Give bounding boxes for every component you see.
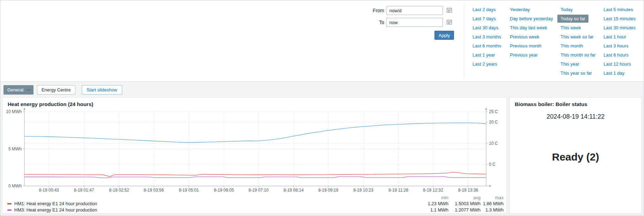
quick-range-last-1-year[interactable]: Last 1 year [473,51,510,60]
x-tick-label: 8-19 10:23 [353,188,374,193]
quick-range-previous-year[interactable]: Previous year [510,51,561,60]
calendar-icon [446,7,452,13]
status-body: 2024-08-19 14:11:22 Ready (2) [510,113,641,163]
quick-range-last-15-minutes[interactable]: Last 15 minutes [603,14,643,23]
legend-header-row: minavgmax [7,195,504,200]
quick-range-label: Last 1 day [603,70,624,76]
y-right-tick-label: 25 C [489,109,498,114]
series-line-hm1-heat-energy-e1-24-hour-production [24,172,486,177]
quick-range-last-7-days[interactable]: Last 7 days [473,14,510,23]
apply-button[interactable]: Apply [434,31,454,40]
quick-range-label: Previous month [510,43,541,49]
quick-range-yesterday[interactable]: Yesterday [510,5,561,14]
quick-range-previous-month[interactable]: Previous month [510,42,561,51]
quick-range-label: Last 1 year [473,52,495,58]
quick-range-last-2-years[interactable]: Last 2 years [473,60,510,69]
quick-range-this-year-so-far[interactable]: This year so far [561,69,603,78]
quick-range-label: Last 2 days [473,7,496,12]
legend-row: HM3: Heat energy E1 24 hour production1.… [7,207,504,213]
status-widget-title: Biomass boiler: Boiler status [510,98,641,108]
x-axis-arrow [489,185,491,187]
from-calendar-button[interactable] [445,7,453,14]
heat-energy-chart-widget: Heat energy production (24 hours) 8-19 0… [2,97,507,214]
from-label: From [356,8,384,13]
quick-range-label: Previous year [510,52,537,58]
quick-range-label: Last 6 months [473,43,501,49]
boiler-status-widget: Biomass boiler: Boiler status 2024-08-19… [510,97,642,214]
quick-range-today-so-far[interactable]: Today so far [561,14,603,23]
tab-general-label: General [7,87,23,92]
series-line-hm3-heat-energy-e1-24-hour-production [24,177,486,178]
start-slideshow-button[interactable]: Start slideshow [82,85,122,95]
quick-range-this-day-last-week[interactable]: This day last week [510,23,561,32]
quick-range-last-6-months[interactable]: Last 6 months [473,42,510,51]
quick-range-this-month[interactable]: This month [561,42,603,51]
quick-range-label: Last 6 hours [603,52,629,58]
legend-max-value: 1.86 MWh [481,201,504,206]
quick-range-this-week[interactable]: This week [561,23,603,32]
quick-range-last-30-minutes[interactable]: Last 30 minutes [603,23,643,32]
quick-range-label: Last 15 minutes [603,16,636,21]
quick-range-label: This year [561,61,579,67]
x-tick-label: 8-19 03:56 [144,188,164,193]
time-filter-panel: From To [0,0,644,82]
legend-item-label: HM3: Heat energy E1 24 hour production [14,207,97,213]
to-label: To [356,20,384,25]
legend-color-swatch [7,203,12,204]
quick-range-today[interactable]: Today [561,5,603,14]
legend-item-label: HM1: Heat energy E1 24 hour production [14,201,97,206]
legend-avg-value: 1.2077 MWh [448,207,481,213]
kebab-menu-icon[interactable]: ••• [27,88,31,92]
chart-legend: minavgmaxHM1: Heat energy E1 24 hour pro… [3,195,506,213]
heat-energy-chart[interactable]: 8-19 00:438-19 01:478-19 02:528-19 03:56… [3,108,507,193]
tab-energy-centre[interactable]: Energy Centre [37,85,75,95]
quick-range-label: Last 5 minutes [603,7,633,12]
quick-range-label: Last 3 months [473,34,501,39]
x-tick-label: 8-19 02:52 [109,188,129,193]
quick-range-label: Last 12 hours [603,61,631,67]
filter-divider [464,3,464,78]
quick-range-previous-week[interactable]: Previous week [510,32,561,42]
x-tick-label: 8-19 05:01 [179,188,199,193]
tab-energy-centre-label: Energy Centre [42,87,71,92]
to-input[interactable] [386,18,443,27]
quick-range-column: YesterdayDay before yesterdayThis day la… [510,5,561,78]
y-left-tick-label: 5 MWh [8,147,22,151]
legend-min-value: 1.1 MWh [416,207,448,213]
legend-avg-value: 1.5003 MWh [448,201,481,206]
quick-range-columns: Last 2 daysLast 7 daysLast 30 daysLast 3… [473,5,643,78]
quick-range-last-6-hours[interactable]: Last 6 hours [603,51,643,60]
quick-range-label: Today so far [557,15,588,23]
quick-range-last-2-days[interactable]: Last 2 days [473,5,510,14]
quick-range-last-5-minutes[interactable]: Last 5 minutes [603,5,643,14]
quick-range-label: Today [561,7,573,12]
x-tick-label: 8-19 01:47 [74,188,94,193]
quick-range-label: This week [561,25,581,30]
quick-range-last-12-hours[interactable]: Last 12 hours [603,60,643,69]
from-input[interactable] [386,6,443,15]
quick-range-label: Last 3 hours [603,43,629,49]
quick-range-this-month-so-far[interactable]: This month so far [561,51,603,60]
y-left-axis-arrow [23,108,25,110]
legend-item: HM3: Heat energy E1 24 hour production [7,207,416,213]
quick-range-last-1-day[interactable]: Last 1 day [603,69,643,78]
quick-range-last-3-months[interactable]: Last 3 months [473,32,510,42]
calendar-icon [446,19,452,25]
legend-row: HM1: Heat energy E1 24 hour production1.… [7,200,504,207]
quick-range-day-before-yesterday[interactable]: Day before yesterday [510,14,561,23]
x-tick-label: 8-19 00:43 [39,188,59,193]
quick-range-last-1-hour[interactable]: Last 1 hour [603,32,643,42]
quick-range-this-week-so-far[interactable]: This week so far [561,32,603,42]
tab-general[interactable]: General ••• [3,85,34,95]
x-tick-label: 8-19 09:19 [318,188,338,193]
quick-range-last-3-hours[interactable]: Last 3 hours [603,42,643,51]
quick-range-label: Last 30 minutes [603,25,636,30]
quick-range-last-30-days[interactable]: Last 30 days [473,23,510,32]
x-tick-label: 8-19 08:14 [284,188,304,193]
quick-range-label: Last 30 days [473,25,498,30]
dashboard-tab-bar: General ••• Energy Centre Start slidesho… [3,85,122,95]
to-calendar-button[interactable] [445,18,453,26]
quick-range-label: Day before yesterday [510,16,553,21]
chart-widget-title: Heat energy production (24 hours) [3,98,506,108]
quick-range-this-year[interactable]: This year [561,60,603,69]
